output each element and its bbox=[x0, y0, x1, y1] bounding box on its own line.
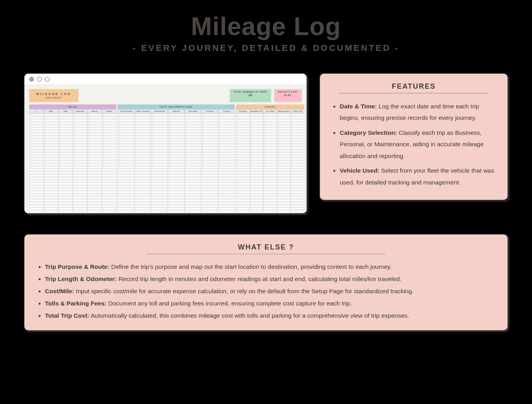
whatelse-item: Tolls & Parking Fees: Document any toll … bbox=[45, 297, 496, 309]
window-dot-icon bbox=[37, 77, 42, 82]
summary-value: 20 bbox=[234, 94, 267, 97]
whatelse-item: Trip Length & Odometer: Record trip leng… bbox=[45, 273, 496, 285]
whatelse-item: Total Trip Cost: Automatically calculate… bbox=[45, 309, 496, 322]
feature-item: Vehicle Used: Select from your fleet the… bbox=[340, 165, 497, 188]
browser-titlebar bbox=[24, 74, 307, 85]
spreadsheet-grid: MAIN#DATETIMECATEGORYVEHICLEDRIVER——————… bbox=[29, 104, 302, 213]
feature-item: Category Selection: Classify each trip a… bbox=[340, 127, 497, 162]
window-dot-icon bbox=[29, 77, 34, 82]
whatelse-item: Trip Purpose & Route: Define the trip's … bbox=[45, 261, 496, 273]
feature-item: Date & Time: Log the exact date and time… bbox=[340, 101, 497, 124]
summary-value: 0.67 bbox=[278, 94, 298, 97]
summary-cost: DEFAULT COST 0.67 bbox=[274, 89, 302, 102]
page-title: Mileage Log bbox=[0, 12, 532, 41]
sheet-subtitle-text: RECORDS bbox=[36, 97, 71, 99]
spreadsheet-preview: MILEAGE LOG RECORDS TOTAL NUMBER OF TRIP… bbox=[24, 73, 307, 214]
sheet-title-text: MILEAGE LOG bbox=[36, 92, 71, 96]
summary-label: TOTAL NUMBER OF TRIPS bbox=[234, 91, 267, 93]
features-title: FEATURES bbox=[339, 82, 489, 93]
features-list: Date & Time: Log the exact date and time… bbox=[331, 101, 497, 188]
whatelse-list: Trip Purpose & Route: Define the trip's … bbox=[36, 261, 496, 322]
page-subtitle: - EVERY JOURNEY, DETAILED & DOCUMENTED - bbox=[0, 43, 532, 53]
page-header: Mileage Log - EVERY JOURNEY, DETAILED & … bbox=[0, 0, 532, 53]
whatelse-panel: WHAT ELSE ? Trip Purpose & Route: Define… bbox=[24, 234, 508, 331]
sheet-title: MILEAGE LOG RECORDS bbox=[29, 89, 78, 102]
summary-label: DEFAULT COST bbox=[278, 91, 298, 93]
features-panel: FEATURES Date & Time: Log the exact date… bbox=[319, 73, 508, 201]
whatelse-item: Cost/Mile: Input specific cost/mile for … bbox=[45, 285, 496, 297]
summary-trips: TOTAL NUMBER OF TRIPS 20 bbox=[230, 89, 271, 102]
window-dot-icon bbox=[45, 77, 50, 82]
whatelse-title: WHAT ELSE ? bbox=[147, 243, 385, 254]
